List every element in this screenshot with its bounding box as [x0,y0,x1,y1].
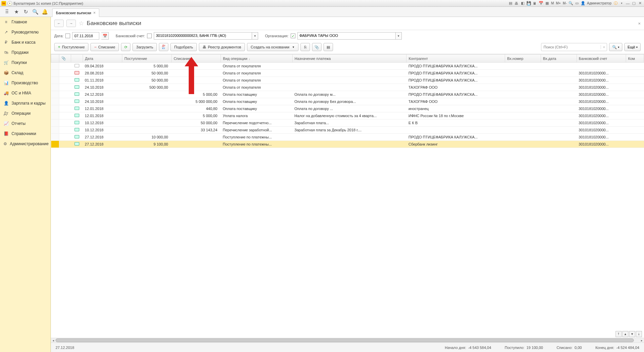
title-dropdown-icon[interactable]: ▾ [7,1,12,6]
sidebar-item-производство[interactable]: 📊Производство [0,78,50,88]
favorite-star-icon[interactable]: ☆ [79,20,84,27]
col-date[interactable]: Дата [83,54,122,63]
table-row[interactable]: 27.12.20189 100,00Поступление по платежн… [51,141,644,148]
date-field[interactable] [72,32,99,40]
sidebar-item-администрирование[interactable]: ⚙Администрирование [0,139,50,149]
account-combo[interactable]: 30101810200000000823, БАНК ГПБ (АО) [154,32,252,40]
horizontal-scrollbar[interactable]: ◂ ▸ [51,338,644,343]
scroll-thumb[interactable] [56,338,634,342]
maximize-icon[interactable]: ▢ [631,1,637,6]
col-counterparty[interactable]: Контрагент [407,54,505,63]
attach-button[interactable]: 📎 [312,43,321,51]
sidebar-item-операции[interactable]: ДтОперации [0,108,50,118]
col-income[interactable]: Поступление [122,54,171,63]
close-page-icon[interactable]: × [638,21,641,26]
close-window-icon[interactable]: ✕ [637,1,643,6]
org-combo[interactable]: ФАБРИКА ТАРЫ ООО [297,32,396,40]
org-dropdown-icon[interactable]: ▼ [396,32,402,40]
compare-icon[interactable]: ◧ [520,1,525,6]
search-icon[interactable]: 🔍 [30,7,40,17]
save-icon[interactable]: 💾 [526,1,532,6]
table-row[interactable]: 24.12.20185 000,00Оплата поставщикуОплат… [51,91,644,98]
lock-icon[interactable]: 🔍 [568,1,574,6]
col-status[interactable] [71,54,83,63]
star-icon[interactable]: ★ [12,7,21,17]
close-tab-icon[interactable]: × [93,10,96,15]
table-row[interactable]: 12.01.20185 000,00Уплата налогаНалог на … [51,112,644,119]
col-bank-acc[interactable]: Банковский счет [577,54,626,63]
nav-up-icon[interactable]: ▲ [622,331,628,337]
account-dropdown-icon[interactable]: ▼ [252,32,258,40]
nav-last-icon[interactable]: ⤓ [636,331,642,337]
calendar-button-icon[interactable]: 📅 [101,32,109,40]
sidebar-item-справочники[interactable]: 📕Справочники [0,129,50,139]
table-row[interactable]: 28.08.201850 000,00Оплата от покупателяП… [51,70,644,77]
create-based-button[interactable]: Создать на основании▼ [247,43,298,51]
org-filter-checkbox[interactable] [291,34,295,38]
data-table[interactable]: 📎 Дата Поступление Списание Вид операции… [51,54,644,148]
col-attach[interactable]: 📎 [59,54,71,63]
table-row[interactable]: 01.11.201850 000,00Оплата от покупателяП… [51,77,644,84]
table-row[interactable]: 24.10.2018500 000,00Оплата от покупателя… [51,84,644,91]
sidebar-item-руководителю[interactable]: ↗Руководителю [0,27,50,37]
more-button[interactable]: Ещё ▾ [624,43,641,51]
sidebar-item-продажи[interactable]: 🛍Продажи [0,47,50,58]
scroll-right-icon[interactable]: ▸ [639,338,644,343]
registry-button[interactable]: 🖶Реестр документов [199,43,245,51]
sidebar-item-склад[interactable]: 📦Склад [0,68,50,78]
sidebar-item-банк-и-касса[interactable]: ₽Банк и касса [0,37,50,47]
col-in-date[interactable]: Вх.дата [541,54,577,63]
search-box[interactable]: × [541,43,607,51]
history-icon[interactable]: ↻ [21,7,30,17]
dtkt-button[interactable]: ДтКт [159,43,168,51]
bell-icon[interactable]: 🔔 [40,7,49,17]
sidebar-item-зарплата-и-кадры[interactable]: 👤Зарплата и кадры [0,98,50,108]
col-comment[interactable]: Ком [626,54,644,63]
table-row[interactable]: 09.04.20185 000,00Оплата от покупателяПР… [51,63,644,70]
writeoff-button[interactable]: −Списание [90,43,119,51]
col-purpose[interactable]: Назначение платежа [292,54,407,63]
account-filter-checkbox[interactable] [147,34,152,38]
table-row[interactable]: 10.12.201850 000,00Перечисление подотчет… [51,119,644,127]
table-row[interactable]: 24.10.20185 000 000,00Оплата поставщикуО… [51,98,644,105]
user-label[interactable]: Администратор [586,1,612,5]
col-outcome[interactable]: Списание [171,54,221,63]
receipt-button[interactable]: +Поступление [54,43,88,51]
print-icon[interactable]: 🖶 [514,1,519,6]
search-input[interactable] [541,45,601,49]
load-button[interactable]: Загрузить [132,43,157,51]
pick-button[interactable]: Подобрать [170,43,196,51]
sidebar-item-ос-и-нма[interactable]: 🚚ОС и НМА [0,88,50,98]
col-in-no[interactable]: Вх.номер [505,54,541,63]
table-row[interactable]: 27.12.201810 000,00Поступление по платеж… [51,134,644,141]
memory-mminus-button[interactable]: M- [562,1,567,5]
table-row[interactable]: 12.01.2018440,80Оплата поставщикуОплата … [51,105,644,112]
refresh-button[interactable]: ⟳ [121,43,130,51]
minimize-icon[interactable]: — [625,1,630,6]
nav-forward-button[interactable]: → [66,20,76,27]
calendar-icon[interactable]: 📅 [538,1,544,6]
sidebar-item-отчеты[interactable]: 📈Отчеты [0,118,50,129]
info-dropdown-icon[interactable]: ▾ [619,1,624,6]
copy-button[interactable]: ⎘ [300,43,310,51]
info-icon[interactable]: ⓘ [613,1,618,6]
col-kind[interactable]: Вид операции↓ [221,54,293,63]
sidebar-item-главное[interactable]: ≡Главное [0,17,50,27]
date-filter-checkbox[interactable] [65,34,70,38]
tab-bank-statements[interactable]: Банковские выписки × [52,8,99,17]
date-input[interactable] [74,34,97,38]
calculator-icon[interactable]: 🖩 [532,1,538,6]
nav-first-icon[interactable]: ⤒ [616,331,622,337]
col-handle[interactable] [51,54,59,63]
memory-mplus-button[interactable]: M+ [555,1,561,5]
table-row[interactable]: 10.12.201833 143,24Перечисление заработн… [51,127,644,134]
memory-m-button[interactable]: M [550,1,555,5]
print-preview-icon[interactable]: ▤ [508,1,513,6]
nav-back-button[interactable]: ← [54,20,64,27]
scroll-left-icon[interactable]: ◂ [51,338,56,343]
sidebar-item-покупки[interactable]: 🛒Покупки [0,58,50,68]
apps-icon[interactable]: ⠿ [2,7,12,17]
search-glass-button[interactable]: 🔍 ▾ [609,43,622,51]
nav-down-icon[interactable]: ▼ [629,331,635,337]
table-icon[interactable]: ▦ [544,1,550,6]
